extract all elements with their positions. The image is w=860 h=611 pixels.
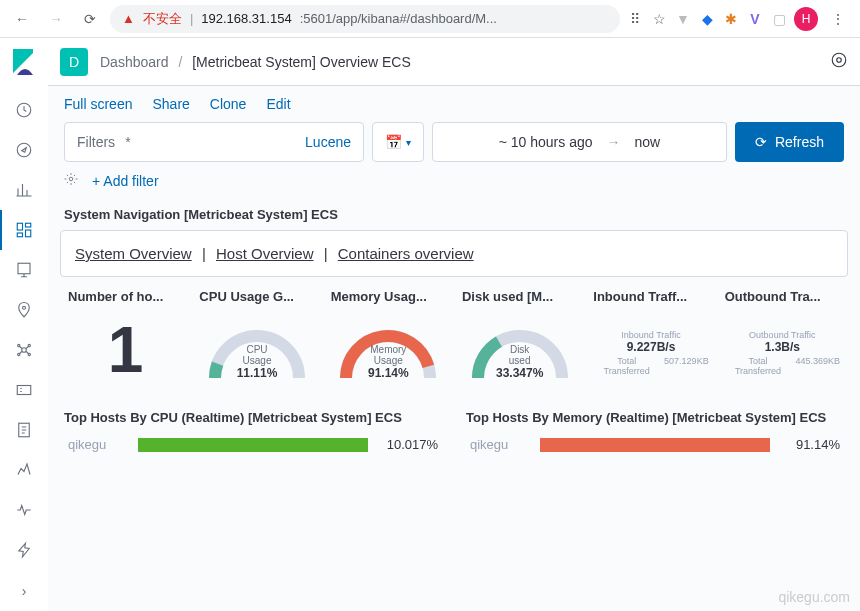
svg-rect-5 — [17, 233, 22, 237]
nav-maps-icon[interactable] — [0, 290, 48, 330]
fullscreen-link[interactable]: Full screen — [64, 96, 132, 112]
add-filter-link[interactable]: + Add filter — [92, 173, 159, 189]
metric-hosts: Number of ho... 1 — [60, 289, 191, 388]
metric-outbound: Outbound Tra... Outbound Traffic 1.3B/s … — [717, 289, 848, 388]
edit-link[interactable]: Edit — [266, 96, 290, 112]
insecure-label: 不安全 — [143, 10, 182, 28]
translate-icon[interactable]: ⠿ — [626, 10, 644, 28]
browser-menu-icon[interactable]: ⋮ — [824, 5, 852, 33]
browser-toolbar: ← → ⟳ ▲ 不安全 | 192.168.31.154:5601/app/ki… — [0, 0, 860, 38]
nav-link-system[interactable]: System Overview — [75, 245, 192, 262]
time-range[interactable]: ~ 10 hours ago → now — [432, 122, 727, 162]
ext-icon-2[interactable]: ◆ — [698, 10, 716, 28]
query-input[interactable]: Filters * Lucene — [64, 122, 364, 162]
top-cpu-panel: Top Hosts By CPU (Realtime) [Metricbeat … — [60, 406, 446, 456]
metric-row: Number of ho... 1 CPU Usage G... CPUUsag… — [60, 289, 848, 388]
nav-discover-icon[interactable] — [0, 130, 48, 170]
nav-panel-title: System Navigation [Metricbeat System] EC… — [60, 203, 848, 230]
forward-button[interactable]: → — [42, 5, 70, 33]
nav-panel: System Overview | Host Overview | Contai… — [60, 230, 848, 277]
main-content: D Dashboard / [Metricbeat System] Overvi… — [48, 38, 860, 611]
svg-point-1 — [17, 143, 31, 157]
filter-row: Filters * Lucene 📅 ▾ ~ 10 hours ago → no… — [48, 112, 860, 172]
nav-logs-icon[interactable] — [0, 410, 48, 450]
metric-memory: Memory Usag... MemoryUsage91.14% — [323, 289, 454, 388]
ext-icon-3[interactable]: ✱ — [722, 10, 740, 28]
top-hosts-row: Top Hosts By CPU (Realtime) [Metricbeat … — [60, 406, 848, 456]
breadcrumb-current: [Metricbeat System] Overview ECS — [192, 54, 411, 70]
svg-rect-4 — [26, 230, 31, 237]
table-row: qikegu 10.017% — [60, 433, 446, 456]
ext-icon-5[interactable]: ▢ — [770, 10, 788, 28]
svg-point-16 — [837, 58, 842, 63]
header-inspect-icon[interactable] — [830, 51, 848, 72]
refresh-icon: ⟳ — [755, 134, 767, 150]
insecure-icon: ▲ — [122, 11, 135, 26]
nav-dev-icon[interactable] — [0, 530, 48, 570]
calendar-icon: 📅 — [385, 134, 402, 150]
svg-point-8 — [22, 348, 27, 353]
nav-infra-icon[interactable] — [0, 370, 48, 410]
clone-link[interactable]: Clone — [210, 96, 247, 112]
back-button[interactable]: ← — [8, 5, 36, 33]
add-filter-row: + Add filter — [48, 172, 860, 203]
nav-uptime-icon[interactable] — [0, 490, 48, 530]
refresh-label: Refresh — [775, 134, 824, 150]
filters-label: Filters — [77, 134, 115, 150]
breadcrumb-root[interactable]: Dashboard — [100, 54, 169, 70]
metric-hosts-value: 1 — [68, 318, 183, 382]
profile-avatar[interactable]: H — [794, 7, 818, 31]
gear-icon[interactable] — [64, 172, 78, 189]
app-header: D Dashboard / [Metricbeat System] Overvi… — [48, 38, 860, 86]
query-text: * — [125, 134, 295, 150]
share-link[interactable]: Share — [152, 96, 189, 112]
svg-point-15 — [832, 53, 846, 67]
nav-recent-icon[interactable] — [0, 90, 48, 130]
watermark: qikegu.com — [778, 589, 850, 605]
nav-dashboard-icon[interactable] — [0, 210, 48, 250]
table-row: qikegu 91.14% — [462, 433, 848, 456]
metric-cpu: CPU Usage G... CPUUsage11.11% — [191, 289, 322, 388]
query-lang[interactable]: Lucene — [305, 134, 351, 150]
chevron-down-icon: ▾ — [406, 137, 411, 148]
nav-ml-icon[interactable] — [0, 330, 48, 370]
svg-rect-3 — [26, 223, 31, 227]
nav-link-host[interactable]: Host Overview — [216, 245, 314, 262]
breadcrumb: Dashboard / [Metricbeat System] Overview… — [100, 54, 411, 70]
reload-button[interactable]: ⟳ — [76, 5, 104, 33]
address-bar[interactable]: ▲ 不安全 | 192.168.31.154:5601/app/kibana#/… — [110, 5, 620, 33]
app-badge: D — [60, 48, 88, 76]
kibana-logo[interactable] — [0, 38, 48, 86]
svg-point-17 — [69, 177, 73, 181]
nav-canvas-icon[interactable] — [0, 250, 48, 290]
arrow-icon: → — [607, 134, 621, 150]
svg-rect-2 — [17, 223, 22, 230]
nav-visualize-icon[interactable] — [0, 170, 48, 210]
refresh-button[interactable]: ⟳ Refresh — [735, 122, 844, 162]
time-from: ~ 10 hours ago — [499, 134, 593, 150]
nav-link-containers[interactable]: Containers overview — [338, 245, 474, 262]
metric-disk: Disk used [M... Diskused33.347% — [454, 289, 585, 388]
nav-apm-icon[interactable] — [0, 450, 48, 490]
ext-icon-1[interactable]: ▼ — [674, 10, 692, 28]
time-to: now — [635, 134, 661, 150]
svg-rect-13 — [17, 386, 31, 395]
date-picker-button[interactable]: 📅 ▾ — [372, 122, 424, 162]
svg-point-7 — [23, 306, 26, 309]
url-path: :5601/app/kibana#/dashboard/M... — [300, 11, 497, 26]
bookmark-icon[interactable]: ☆ — [650, 10, 668, 28]
collapse-sidebar-icon[interactable]: › — [0, 571, 48, 611]
app-sidebar: › — [0, 38, 48, 611]
url-host: 192.168.31.154 — [201, 11, 291, 26]
top-mem-panel: Top Hosts By Memory (Realtime) [Metricbe… — [462, 406, 848, 456]
metric-inbound: Inbound Traff... Inbound Traffic 9.227B/… — [585, 289, 716, 388]
ext-icon-4[interactable]: V — [746, 10, 764, 28]
svg-rect-6 — [18, 263, 30, 274]
dashboard-actions: Full screen Share Clone Edit — [48, 86, 860, 112]
